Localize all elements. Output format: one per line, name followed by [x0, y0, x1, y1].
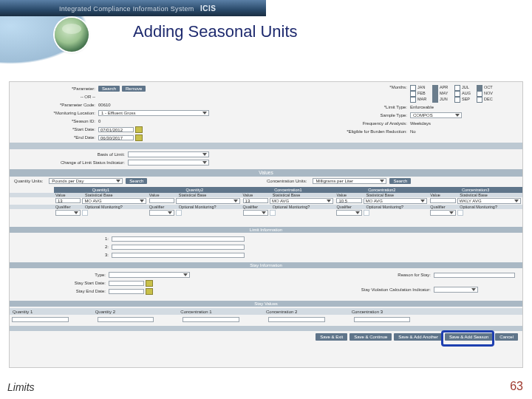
month-label: DEC [484, 97, 497, 101]
month-label: SEP [462, 97, 475, 101]
month-nov[interactable]: NOV [477, 91, 497, 97]
save-add-another-button[interactable]: Save & Add Another [394, 333, 443, 341]
month-label: MAY [440, 91, 453, 95]
month-may[interactable]: MAY [432, 91, 453, 97]
month-checkbox[interactable] [432, 97, 438, 103]
q2-optmon-check[interactable] [176, 210, 182, 216]
stay-c1-input[interactable] [183, 317, 239, 322]
end-date-input[interactable]: 06/30/2017 [98, 135, 134, 140]
c1-stat-select[interactable]: MO AVG [270, 198, 333, 204]
calendar-icon[interactable] [146, 280, 153, 287]
q1-qual-select[interactable] [55, 210, 81, 216]
c1-qual-select[interactable] [243, 210, 268, 216]
q2-qual-select[interactable] [149, 210, 174, 216]
epa-logo [55, 18, 89, 52]
month-checkbox[interactable] [477, 85, 482, 91]
calendar-icon[interactable] [146, 288, 153, 295]
calendar-icon[interactable] [135, 126, 143, 133]
qty-units-select[interactable]: Pounds per Day [49, 178, 123, 184]
month-checkbox[interactable] [454, 97, 460, 103]
change-ind-select[interactable] [128, 160, 209, 166]
q1-optmon-check[interactable] [82, 210, 88, 216]
system-name-light: Integrated [59, 5, 93, 13]
month-jun[interactable]: JUN [432, 97, 453, 103]
calendar-icon[interactable] [135, 134, 143, 141]
start-date-input[interactable]: 07/01/2012 [98, 127, 134, 132]
month-checkbox[interactable] [477, 97, 482, 103]
action-bar: Save & Exit Save & Continue Save & Add A… [316, 333, 518, 341]
q1-value-input[interactable]: 13 [55, 198, 81, 203]
c3-optmon-check[interactable] [457, 210, 463, 216]
parameter-label: Parameter: [14, 86, 98, 91]
stay-q2-input[interactable] [98, 317, 154, 322]
month-jan[interactable]: JAN [410, 85, 431, 91]
month-mar[interactable]: MAR [410, 97, 431, 103]
month-label: MAR [417, 97, 431, 101]
parameter-remove-button[interactable]: Remove [122, 86, 146, 92]
month-checkbox[interactable] [410, 97, 416, 103]
c3-qual-select[interactable] [430, 210, 455, 216]
month-label: FEB [417, 91, 431, 95]
stay-q1-input[interactable] [12, 317, 69, 322]
stay-values-header: Stay Values [10, 301, 522, 307]
save-exit-button[interactable]: Save & Exit [316, 333, 347, 341]
month-jul[interactable]: JUL [454, 85, 475, 91]
limit-info-3-input[interactable] [112, 253, 245, 258]
month-checkbox[interactable] [410, 91, 416, 97]
month-label: JUL [462, 85, 475, 89]
month-feb[interactable]: FEB [410, 91, 431, 97]
c2-qual-select[interactable] [336, 210, 361, 216]
month-checkbox[interactable] [454, 85, 460, 91]
qty-units-row: Quantity Units: Pounds per Day Search [14, 178, 147, 184]
stay-start-input[interactable] [109, 281, 144, 286]
c2-value-input[interactable]: 10.5 [336, 198, 361, 203]
stay-reason-input[interactable] [434, 273, 515, 278]
stay-values-row [10, 316, 522, 323]
stay-start-label: Stay Start Date: [39, 281, 109, 285]
stay-viol-select[interactable] [434, 287, 478, 293]
stay-end-input[interactable] [109, 289, 144, 294]
basis-select[interactable] [128, 151, 209, 157]
stay-type-label: Type: [39, 273, 109, 277]
month-sep[interactable]: SEP [454, 97, 475, 103]
month-checkbox[interactable] [477, 91, 482, 97]
month-label: APR [440, 85, 453, 89]
c2-optmon-check[interactable] [364, 210, 369, 216]
stay-c2-input[interactable] [268, 317, 325, 322]
c3-value-input[interactable] [430, 198, 455, 203]
month-checkbox[interactable] [432, 91, 438, 97]
form-screenshot: Parameter: Search Remove -- OR -- Parame… [9, 81, 523, 368]
stay-c3-input[interactable] [354, 317, 411, 322]
qty-units-search-button[interactable]: Search [126, 178, 147, 184]
mon-loc-select[interactable]: 1 - Effluent Gross [98, 110, 209, 116]
param-code-label: Parameter Code: [14, 103, 98, 107]
month-checkbox[interactable] [410, 85, 416, 91]
conc-units-search-button[interactable]: Search [389, 178, 411, 184]
freq-value: Weekdays [410, 121, 431, 126]
month-oct[interactable]: OCT [477, 85, 497, 91]
save-add-season-button[interactable]: Save & Add Season [445, 333, 493, 341]
c1-optmon-check[interactable] [270, 210, 276, 216]
conc-units-select[interactable]: Milligrams per Liter [313, 178, 386, 184]
month-dec[interactable]: DEC [477, 97, 497, 103]
sample-type-select[interactable]: COMPOS [410, 112, 462, 118]
c1-value-input[interactable]: 13 [243, 198, 268, 203]
limit-info-2-input[interactable] [112, 245, 245, 250]
c3-stat-select[interactable]: WKLY AVG [457, 198, 521, 204]
q2-stat-select[interactable] [176, 198, 239, 204]
month-checkbox[interactable] [454, 91, 460, 97]
c2-stat-select[interactable]: MO AVG [364, 198, 427, 204]
month-aug[interactable]: AUG [454, 91, 475, 97]
values-grid: Quantity1 Quantity2 Concentration1 Conce… [10, 187, 522, 216]
limit-info-1-input[interactable] [112, 236, 245, 242]
save-continue-button[interactable]: Save & Continue [349, 333, 392, 341]
change-ind-label: Change of Limit Status Indicator: [14, 160, 128, 165]
q2-value-input[interactable] [149, 198, 174, 203]
q1-stat-select[interactable]: MO AVG [82, 198, 146, 204]
basis-block: Basis of Limit: Change of Limit Status I… [14, 151, 250, 166]
month-checkbox[interactable] [432, 85, 438, 91]
stay-type-select[interactable] [109, 272, 190, 278]
cancel-button[interactable]: Cancel [495, 333, 518, 341]
parameter-search-button[interactable]: Search [98, 86, 120, 92]
month-apr[interactable]: APR [432, 85, 453, 91]
